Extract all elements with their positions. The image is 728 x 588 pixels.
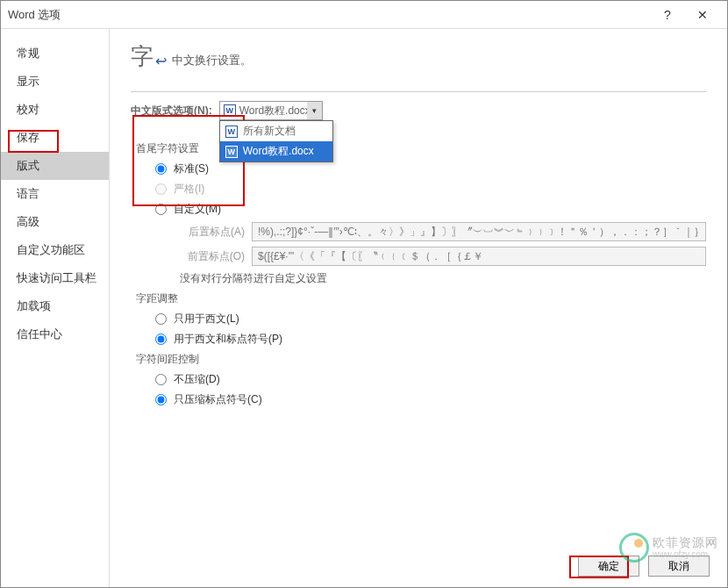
pre-punctuation-input[interactable]: [252, 247, 706, 266]
sidebar-item-customize-ribbon[interactable]: 自定义功能区: [1, 236, 109, 264]
custom-separators-note: 没有对行分隔符进行自定义设置: [180, 271, 706, 286]
radio-strict: 严格(I): [155, 182, 706, 197]
dialog-title: Word 选项: [8, 7, 61, 23]
word-doc-icon: W: [224, 104, 236, 117]
header-glyph: 字: [131, 41, 153, 72]
sidebar-item-save[interactable]: 保存: [1, 124, 109, 152]
watermark: 欧菲资源网 www.ofzy.com: [619, 533, 718, 563]
radio-latin-only[interactable]: 只用于西文(L): [155, 312, 706, 326]
typography-options-label: 中文版式选项(N):: [131, 104, 212, 118]
dropdown-item-current-doc[interactable]: W Word教程.docx: [220, 141, 332, 161]
help-button[interactable]: ?: [650, 1, 685, 29]
sidebar-item-addins[interactable]: 加载项: [1, 292, 109, 320]
kerning-title: 字距调整: [136, 291, 706, 306]
char-spacing-title: 字符间距控制: [136, 352, 706, 367]
document-dropdown: W 所有新文档 W Word教程.docx: [219, 120, 333, 162]
pre-punctuation-label: 前置标点(O): [180, 249, 245, 264]
radio-latin-and-punct[interactable]: 用于西文和标点符号(P): [155, 332, 706, 347]
sidebar-item-display[interactable]: 显示: [1, 68, 109, 96]
sidebar-item-general[interactable]: 常规: [1, 39, 109, 68]
sidebar-item-proofing[interactable]: 校对: [1, 96, 109, 124]
watermark-logo-icon: [619, 533, 649, 563]
post-punctuation-input[interactable]: [252, 222, 706, 241]
sidebar-item-quick-access[interactable]: 快速访问工具栏: [1, 264, 109, 292]
close-button[interactable]: ✕: [685, 1, 720, 29]
sidebar-item-layout[interactable]: 版式: [1, 152, 109, 180]
document-select-value: Word教程.docx: [239, 104, 310, 118]
sidebar-item-advanced[interactable]: 高级: [1, 208, 109, 236]
dropdown-item-all-new-docs[interactable]: W 所有新文档: [220, 121, 332, 141]
word-doc-icon: W: [225, 146, 238, 158]
arrow-icon: ↩: [155, 53, 167, 69]
sidebar-item-trust-center[interactable]: 信任中心: [1, 320, 109, 348]
radio-custom[interactable]: 自定义(M): [155, 202, 706, 217]
page-subtitle: 中文换行设置。: [172, 53, 252, 68]
sidebar: 常规 显示 校对 保存 版式 语言 高级 自定义功能区 快速访问工具栏 加载项 …: [1, 29, 110, 587]
post-punctuation-label: 后置标点(A): [180, 225, 245, 240]
radio-compress-punct[interactable]: 只压缩标点符号(C): [155, 392, 706, 407]
page-header: 字 ↩ 中文换行设置。: [131, 41, 706, 72]
radio-standard[interactable]: 标准(S): [155, 161, 706, 176]
word-doc-icon: W: [225, 125, 238, 138]
sidebar-item-language[interactable]: 语言: [1, 180, 109, 208]
radio-no-compress[interactable]: 不压缩(D): [155, 372, 706, 387]
chevron-down-icon[interactable]: ▾: [307, 101, 323, 120]
